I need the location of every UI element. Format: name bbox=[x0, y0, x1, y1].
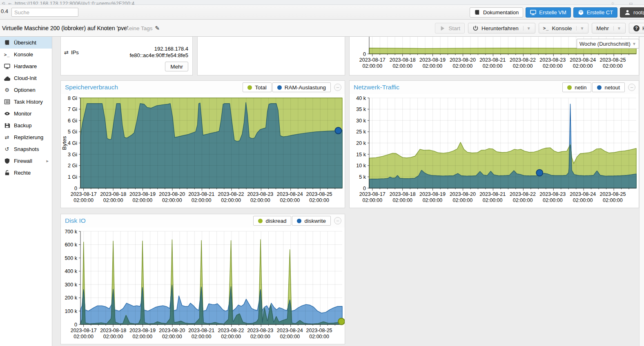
dokumentation-button[interactable]: Dokumentation bbox=[470, 7, 523, 18]
sidebar-item-label: Firewall bbox=[14, 158, 32, 164]
browser-window-icon[interactable]: ▭ bbox=[629, 1, 633, 5]
legend-dot bbox=[297, 219, 301, 223]
collapse-icon[interactable]: − bbox=[334, 217, 341, 224]
eye-icon bbox=[4, 111, 10, 117]
start-button[interactable]: Start bbox=[435, 23, 465, 33]
svg-text:2023-08-18: 2023-08-18 bbox=[100, 328, 126, 333]
svg-text:2023-08-20: 2023-08-20 bbox=[159, 191, 185, 197]
svg-text:02:00:00: 02:00:00 bbox=[573, 197, 593, 203]
browser-bookmark-icon[interactable]: ☆ bbox=[611, 1, 615, 5]
svg-text:02:00:00: 02:00:00 bbox=[513, 197, 533, 203]
sidebar-item-label: Übersicht bbox=[14, 40, 36, 46]
chevron-down-icon[interactable]: ▼ bbox=[523, 26, 531, 31]
scroll-gutter[interactable] bbox=[639, 37, 644, 346]
svg-text:7 Gi: 7 Gi bbox=[68, 106, 77, 112]
svg-text:6 Gi: 6 Gi bbox=[68, 118, 77, 124]
network-panel: Netzwerk-Traffic netinnetout − 05 k10 k1… bbox=[349, 80, 639, 208]
sidebar-item-replizierung[interactable]: ⇄Replizierung bbox=[0, 131, 52, 143]
edit-tags-pencil-icon[interactable]: ✎ bbox=[155, 25, 160, 31]
svg-text:02:00:00: 02:00:00 bbox=[392, 63, 412, 69]
svg-text:0: 0 bbox=[363, 51, 366, 57]
erstelle-ct-button[interactable]: Erstelle CT bbox=[573, 7, 617, 18]
svg-text:2023-08-20: 2023-08-20 bbox=[450, 191, 476, 197]
network-panel-title: Netzwerk-Traffic bbox=[354, 84, 399, 91]
legend-ram-auslastung[interactable]: RAM-Auslastung bbox=[272, 82, 331, 92]
collapse-icon[interactable]: − bbox=[334, 84, 341, 91]
sidebar-item-firewall[interactable]: Firewall▸ bbox=[0, 155, 52, 167]
browser-url-bar[interactable]: https://192.168.178.122:8006/#v1:0:=qemu… bbox=[15, 1, 143, 5]
svg-text:2023-08-18: 2023-08-18 bbox=[390, 191, 416, 197]
legend-total[interactable]: Total bbox=[243, 82, 272, 92]
sidebar-item-backup[interactable]: Backup bbox=[0, 120, 52, 131]
list-icon bbox=[4, 99, 10, 105]
svg-text:02:00:00: 02:00:00 bbox=[483, 197, 503, 203]
browser-reload-icon[interactable]: ⇐ bbox=[8, 1, 11, 5]
svg-text:2023-08-24: 2023-08-24 bbox=[570, 57, 596, 63]
chevron-down-icon[interactable]: ▼ bbox=[613, 26, 621, 31]
svg-text:02:00:00: 02:00:00 bbox=[309, 334, 329, 339]
legend-diskwrite[interactable]: diskwrite bbox=[292, 216, 331, 226]
svg-text:100 k: 100 k bbox=[65, 308, 77, 314]
erstelle-vm-button[interactable]: Erstelle VM bbox=[526, 7, 570, 18]
memory-panel: Speicherverbrauch TotalRAM-Auslastung − … bbox=[60, 80, 345, 208]
svg-text:2023-08-24: 2023-08-24 bbox=[277, 191, 303, 197]
svg-text:02:00:00: 02:00:00 bbox=[103, 334, 123, 339]
svg-text:15 k: 15 k bbox=[356, 152, 366, 157]
sidebar-item-label: Backup bbox=[14, 122, 31, 129]
mehr-button[interactable]: Mehr▼ bbox=[592, 23, 626, 33]
svg-text:2023-08-23: 2023-08-23 bbox=[539, 57, 566, 63]
svg-text:8 Gi: 8 Gi bbox=[68, 95, 77, 101]
legend-diskread[interactable]: diskread bbox=[253, 216, 291, 226]
sidebar-item-label: Cloud-Init bbox=[14, 75, 37, 81]
chevron-down-icon[interactable]: ▼ bbox=[576, 26, 584, 31]
legend-dot bbox=[247, 85, 252, 90]
svg-text:2023-08-22: 2023-08-22 bbox=[218, 191, 244, 197]
timeframe-select[interactable]: Woche (Durchschnitt) ▼ bbox=[577, 39, 639, 49]
vm-toolbar: Virtuelle Maschine 200 (lobroker) auf Kn… bbox=[0, 20, 644, 37]
svg-text:02:00:00: 02:00:00 bbox=[221, 197, 241, 203]
svg-text:2023-08-23: 2023-08-23 bbox=[247, 328, 273, 333]
legend-netout[interactable]: netout bbox=[592, 82, 625, 92]
more-button[interactable]: Mehr bbox=[165, 62, 188, 71]
sidebar-item-konsole[interactable]: >_Konsole bbox=[0, 49, 52, 60]
konsole-button[interactable]: >_Konsole▼ bbox=[539, 23, 589, 33]
svg-text:0: 0 bbox=[363, 186, 366, 191]
sidebar-item-rechte[interactable]: Rechte bbox=[0, 167, 52, 179]
collapse-icon[interactable]: − bbox=[628, 84, 635, 91]
svg-text:2 Gi: 2 Gi bbox=[68, 163, 77, 169]
network-chart: 05 k10 k15 k20 k25 k30 k35 k40 k2023-08-… bbox=[350, 94, 639, 208]
hilfe-button[interactable]: ?Hilfe bbox=[629, 23, 644, 33]
svg-text:02:00:00: 02:00:00 bbox=[133, 197, 153, 203]
svg-text:5 Gi: 5 Gi bbox=[68, 129, 77, 135]
timeframe-value: Woche (Durchschnitt) bbox=[579, 41, 631, 47]
sidebar-item-monitor[interactable]: Monitor bbox=[0, 108, 52, 120]
svg-text:0: 0 bbox=[74, 186, 77, 191]
browser-back-icon[interactable]: ⟲ bbox=[2, 1, 5, 5]
sidebar-item-optionen[interactable]: ⚙Optionen bbox=[0, 84, 52, 96]
svg-text:2023-08-25: 2023-08-25 bbox=[599, 57, 626, 63]
sidebar-item-hardware[interactable]: Hardware bbox=[0, 60, 52, 72]
svg-text:2023-08-22: 2023-08-22 bbox=[510, 57, 536, 63]
svg-text:02:00:00: 02:00:00 bbox=[573, 63, 593, 69]
svg-text:02:00:00: 02:00:00 bbox=[309, 197, 329, 203]
sidebar-item-task-history[interactable]: Task History bbox=[0, 96, 52, 108]
sidebar-item-label: Replizierung bbox=[14, 134, 43, 140]
search-input[interactable] bbox=[11, 8, 78, 17]
legend-label: netout bbox=[604, 84, 620, 91]
svg-text:2023-08-24: 2023-08-24 bbox=[277, 328, 303, 333]
legend-dot bbox=[258, 219, 263, 223]
svg-text:200 k: 200 k bbox=[65, 295, 77, 301]
herunterfahren-button[interactable]: Herunterfahren▼ bbox=[468, 23, 535, 33]
sidebar-item-snapshots[interactable]: ↺Snapshots bbox=[0, 143, 52, 155]
sidebar-item-cloud-init[interactable]: Cloud-Init bbox=[0, 72, 52, 84]
root-pam-button[interactable]: root@pam bbox=[620, 7, 644, 18]
svg-text:5 k: 5 k bbox=[359, 174, 366, 180]
header-buttons: DokumentationErstelle VMErstelle CTroot@… bbox=[470, 7, 644, 18]
browser-chrome: ⟲ ⇐ https://192.168.178.122:8006/#v1:0:=… bbox=[0, 0, 644, 5]
svg-text:2023-08-19: 2023-08-19 bbox=[419, 191, 446, 197]
sidebar-item--bersicht[interactable]: Übersicht bbox=[0, 37, 52, 49]
sidebar-item-label: Monitor bbox=[14, 111, 31, 117]
svg-text:02:00:00: 02:00:00 bbox=[423, 197, 443, 203]
sidebar-item-label: Task History bbox=[14, 99, 43, 105]
legend-netin[interactable]: netin bbox=[562, 82, 591, 92]
